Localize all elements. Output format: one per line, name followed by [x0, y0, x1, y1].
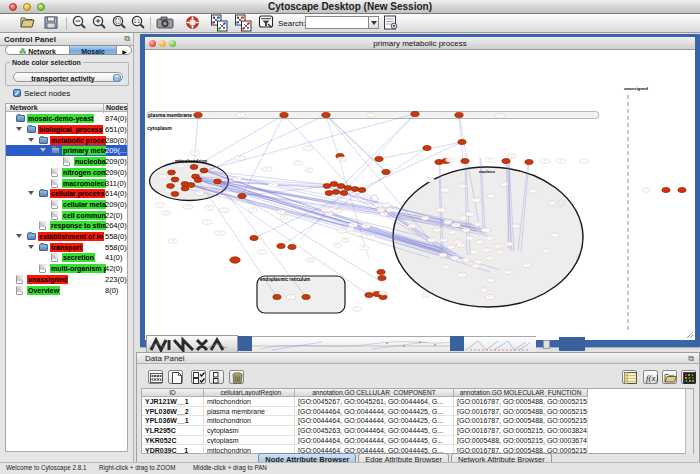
svg-text:1:1: 1:1: [134, 19, 141, 24]
